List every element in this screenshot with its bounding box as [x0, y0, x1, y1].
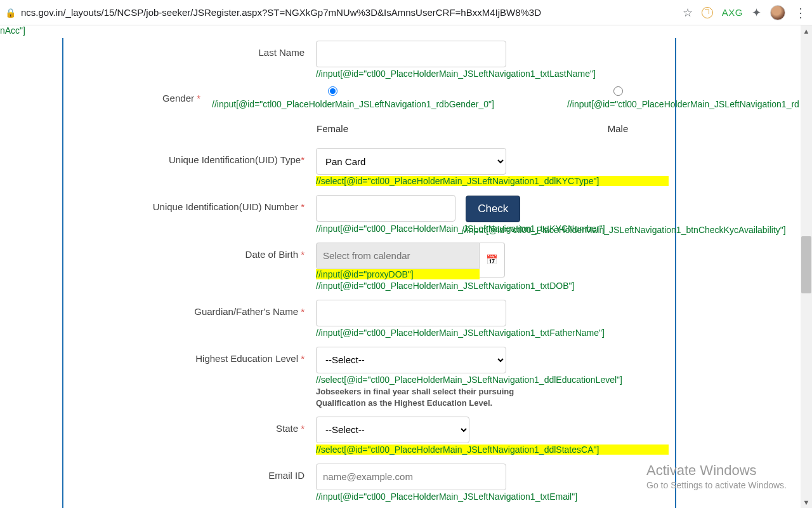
bookmark-star-icon[interactable]: ☆ — [683, 6, 693, 20]
lock-icon: 🔒 — [5, 8, 16, 18]
url-text[interactable]: ncs.gov.in/_layouts/15/NCSP/job-seeker/J… — [21, 7, 678, 18]
extensions-puzzle-icon[interactable]: ✦ — [752, 6, 761, 20]
extension-axg-icon[interactable]: AXG — [722, 7, 743, 18]
browser-menu-icon[interactable]: ⋮ — [794, 6, 807, 19]
profile-avatar[interactable] — [770, 5, 785, 20]
extension-clock-icon[interactable] — [702, 7, 713, 18]
browser-address-bar: 🔒 ncs.gov.in/_layouts/15/NCSP/job-seeker… — [0, 0, 812, 25]
